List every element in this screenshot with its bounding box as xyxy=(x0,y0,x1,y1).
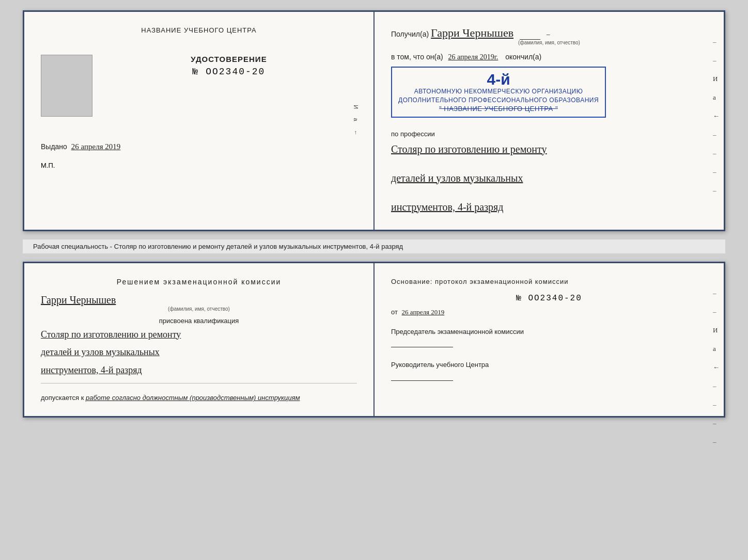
rukovoditel-label: Руководитель учебного Центра xyxy=(391,361,489,369)
predsedatel-signature-line xyxy=(391,347,453,347)
name-label-top: – xyxy=(547,31,550,38)
profession-block-top: Столяр по изготовлению и ремонту деталей… xyxy=(391,141,707,215)
name-sublabel-bottom: (фамилия, имя, отчество) xyxy=(41,306,357,312)
qual-line2: деталей и узлов музыкальных xyxy=(41,344,357,360)
profession-line2-top: деталей и узлов музыкальных xyxy=(391,170,707,186)
okonchil-text: окончил(а) xyxy=(505,53,541,61)
vtom-line: в том, что он(а) 26 апреля 2019г. окончи… xyxy=(391,53,707,61)
po-professii-label: по профессии xyxy=(391,130,707,138)
stamp-line2: ДОПОЛНИТЕЛЬНОГО ПРОФЕССИОНАЛЬНОГО ОБРАЗО… xyxy=(398,96,599,105)
top-right-page: Получил(а) Гарри Чернышев – (фамилия, им… xyxy=(375,12,724,230)
profession-line1-top: Столяр по изготовлению и ремонту xyxy=(391,141,707,157)
stamp-block: 4-й АВТОНОМНУЮ НЕКОММЕРЧЕСКУЮ ОРГАНИЗАЦИ… xyxy=(391,67,606,118)
protocol-number-bottom: № OO2340-20 xyxy=(391,294,707,303)
rukovoditel-signature-line xyxy=(391,380,453,381)
top-left-title: НАЗВАНИЕ УЧЕБНОГО ЦЕНТРА xyxy=(41,26,357,34)
prisvoena-label: присвоена квалификация xyxy=(41,317,357,325)
vydano-date: 26 апреля 2019 xyxy=(71,142,121,151)
mp-label: М.П. xyxy=(41,162,357,169)
ot-date-line: от 26 апреля 2019 xyxy=(391,308,707,316)
stamp-line3: " НАЗВАНИЕ УЧЕБНОГО ЦЕНТРА " xyxy=(398,105,599,113)
photo-placeholder xyxy=(41,55,92,117)
resolution-title: Решением экзаменационной комиссии xyxy=(41,278,357,286)
vydano-line: Выдано 26 апреля 2019 xyxy=(41,142,357,151)
top-document: НАЗВАНИЕ УЧЕБНОГО ЦЕНТРА УДОСТОВЕРЕНИЕ №… xyxy=(23,10,725,231)
completion-date: 26 апреля 2019г. xyxy=(448,53,498,61)
caption-text: Рабочая специальность - Столяр по изгото… xyxy=(33,243,403,250)
ot-prefix: от xyxy=(391,308,398,316)
dopuskaetsya-text: работе согласно должностным (производств… xyxy=(86,394,300,402)
stamp-grade: 4-й xyxy=(487,71,510,88)
udost-number: № OO2340-20 xyxy=(101,67,357,77)
osnovaniye-label: Основание: протокол экзаменационной коми… xyxy=(391,278,707,285)
divider-bottom-left xyxy=(41,383,357,383)
ot-date-value: 26 апреля 2019 xyxy=(402,308,445,316)
caption-strip: Рабочая специальность - Столяр по изгото… xyxy=(23,239,725,253)
recipient-name-top: Гарри Чернышев xyxy=(431,26,513,39)
predsedatel-label: Председатель экзаменационной комиссии xyxy=(391,328,524,335)
name-sublabel-top: (фамилия, имя, отчество) xyxy=(391,40,707,45)
udost-text-block: УДОСТОВЕРЕНИЕ № OO2340-20 xyxy=(101,55,357,77)
udostoverenie-block: УДОСТОВЕРЕНИЕ № OO2340-20 xyxy=(41,55,357,117)
bottom-right-page: Основание: протокол экзаменационной коми… xyxy=(375,263,724,417)
poluchil-line: Получил(а) Гарри Чернышев – (фамилия, им… xyxy=(391,26,707,45)
profession-line3-top: инструментов, 4-й разряд xyxy=(391,199,707,215)
top-left-page: НАЗВАНИЕ УЧЕБНОГО ЦЕНТРА УДОСТОВЕРЕНИЕ №… xyxy=(24,12,375,230)
qualification-block: Столяр по изготовлению и ремонту деталей… xyxy=(41,327,357,378)
right-margin-marks-bottom: – – И а ← – – – – xyxy=(713,289,720,446)
bottom-document: Решением экзаменационной комиссии Гарри … xyxy=(23,262,725,418)
qual-line1: Столяр по изготовлению и ремонту xyxy=(41,327,357,343)
recipient-name-bottom: Гарри Чернышев xyxy=(41,294,116,306)
name-line-bottom: Гарри Чернышев (фамилия, имя, отчество) xyxy=(41,294,357,312)
vydano-label: Выдано xyxy=(41,142,67,151)
dopuskaetsya-line: допускается к работе согласно должностны… xyxy=(41,394,357,402)
udost-label: УДОСТОВЕРЕНИЕ xyxy=(101,55,357,63)
stamp-line1: АВТОНОМНУЮ НЕКОММЕРЧЕСКУЮ ОРГАНИЗАЦИЮ xyxy=(398,87,599,96)
right-margin-marks: – – И а ← – – – – xyxy=(713,38,720,195)
predsedatel-block: Председатель экзаменационной комиссии xyxy=(391,327,707,348)
vtom-prefix: в том, что он(а) xyxy=(391,53,443,61)
poluchil-prefix: Получил(а) xyxy=(391,30,429,38)
rukovoditel-block: Руководитель учебного Центра xyxy=(391,360,707,381)
qual-line3: инструментов, 4-й разряд xyxy=(41,362,357,378)
vertical-text-left: И а ← xyxy=(352,105,359,136)
dopuskaetsya-prefix: допускается к xyxy=(41,394,84,402)
bottom-left-page: Решением экзаменационной комиссии Гарри … xyxy=(24,263,375,417)
